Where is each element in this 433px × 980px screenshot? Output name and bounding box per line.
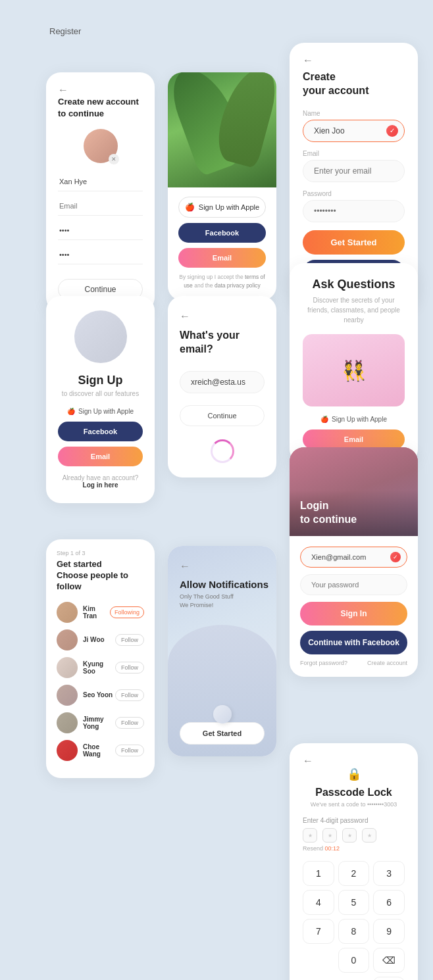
- check-icon: ✓: [390, 552, 401, 562]
- email-label: Email: [303, 150, 405, 157]
- create-account-link[interactable]: Create account: [367, 660, 407, 666]
- password-input-1[interactable]: [58, 221, 143, 240]
- num-4[interactable]: 4: [303, 890, 334, 915]
- remove-avatar-button[interactable]: ✕: [109, 154, 119, 164]
- resend-row: Resend 00:12: [303, 845, 405, 852]
- email-input[interactable]: [180, 371, 265, 393]
- num-2[interactable]: 2: [338, 861, 370, 886]
- person-row: Ji Woo Follow: [57, 629, 144, 650]
- follow-button[interactable]: Follow: [115, 634, 144, 646]
- num-1[interactable]: 1: [303, 861, 334, 886]
- password-input-2[interactable]: [58, 245, 143, 264]
- email-input[interactable]: [303, 160, 405, 182]
- terms-text: By signing up I accept the terms of use …: [178, 273, 266, 290]
- person-avatar: [57, 685, 78, 706]
- circle-avatar: [74, 310, 127, 363]
- friends-image: 👯: [303, 334, 405, 406]
- card-notifications: ← Allow Notifications Only The Good Stuf…: [168, 546, 276, 756]
- already-text: Already have an account?: [58, 474, 143, 481]
- back-button[interactable]: ←: [180, 310, 190, 322]
- continue-button[interactable]: Continue: [180, 405, 265, 426]
- avatar-wrap: ✕: [84, 129, 118, 163]
- notification-bg: ← Allow Notifications Only The Good Stuf…: [168, 546, 276, 756]
- delete-button[interactable]: ⌫: [373, 948, 405, 973]
- person-row: Choe Wang Follow: [57, 740, 144, 761]
- follow-button[interactable]: Follow: [115, 717, 144, 729]
- notify-title: Allow Notifications: [180, 579, 268, 590]
- follow-button[interactable]: Follow: [115, 745, 144, 756]
- person-name: Choe Wang: [83, 743, 115, 758]
- person-row: Jimmy Yong Follow: [57, 712, 144, 733]
- login-form: ✓ Sign In Continue with Facebook Forgot …: [290, 536, 418, 677]
- forgot-password-link[interactable]: Forgot password?: [300, 660, 347, 666]
- follow-title: Get startedChoose people to follow: [57, 559, 144, 593]
- plant-card-bottom: 🍎 Sign Up with Apple Facebook Email By s…: [168, 187, 276, 301]
- person-row: Seo Yoon Follow: [57, 685, 144, 706]
- card-email: ← What's your email? Continue: [168, 296, 276, 478]
- numpad: 1 2 3 4 5 6 7 8 9 0 ⌫ ✓: [303, 861, 405, 980]
- loading-spinner: [211, 439, 234, 463]
- person-name: Jimmy Yong: [83, 716, 115, 730]
- num-8[interactable]: 8: [338, 919, 370, 944]
- confirm-button[interactable]: ✓: [373, 977, 405, 980]
- notification-content: ← Allow Notifications Only The Good Stuf…: [180, 560, 268, 609]
- pin-label: Enter 4-digit password: [303, 817, 405, 824]
- card-passcode-lock: ← 🔒 Passcode Lock We've sent a code to •…: [290, 743, 418, 980]
- num-3[interactable]: 3: [373, 861, 405, 886]
- person-row: Kyung Soo Follow: [57, 657, 144, 678]
- email-button[interactable]: Email: [303, 429, 405, 449]
- num-9[interactable]: 9: [373, 919, 405, 944]
- login-link[interactable]: Log in here: [58, 481, 143, 489]
- follow-button[interactable]: Follow: [115, 689, 144, 701]
- pin-dot-4: ★: [362, 828, 376, 843]
- facebook-button[interactable]: Continue with Facebook: [300, 631, 407, 654]
- person-name: Seo Yoon: [83, 691, 115, 698]
- leaf-2: [212, 72, 276, 169]
- person-name: Kyung Soo: [83, 660, 115, 675]
- privacy-link[interactable]: data privacy policy: [215, 282, 261, 289]
- email-input[interactable]: [58, 197, 143, 216]
- card-follow-people: Step 1 of 3 Get startedChoose people to …: [46, 539, 155, 778]
- card-signup: Sign Up to discover all our features 🍎 S…: [46, 296, 155, 503]
- num-empty: [303, 948, 334, 973]
- passcode-subtitle: We've sent a code to ••••••••3003: [303, 801, 405, 808]
- person-avatar: [57, 629, 78, 650]
- person-avatar: [57, 657, 78, 678]
- person-avatar: [57, 740, 78, 761]
- apple-icon: 🍎: [67, 408, 75, 415]
- back-button[interactable]: ←: [58, 84, 68, 96]
- email-button[interactable]: Email: [58, 447, 143, 466]
- apple-icon: 🍎: [320, 416, 328, 423]
- num-5[interactable]: 5: [338, 890, 370, 915]
- apple-label: Sign Up with Apple: [199, 203, 259, 211]
- pin-dot-1: ★: [303, 828, 317, 843]
- name-input[interactable]: [58, 172, 143, 191]
- facebook-button[interactable]: Facebook: [178, 223, 266, 243]
- page-label: Register: [49, 26, 81, 36]
- email-button[interactable]: Email: [178, 248, 266, 268]
- back-button[interactable]: ←: [180, 560, 268, 572]
- back-button[interactable]: ←: [303, 755, 313, 767]
- num-0[interactable]: 0: [338, 948, 370, 973]
- follow-button[interactable]: Follow: [115, 662, 144, 674]
- person-avatar: [57, 712, 78, 733]
- following-button[interactable]: Following: [110, 606, 144, 618]
- resend-timer: 00:12: [325, 845, 340, 852]
- signin-button[interactable]: Sign In: [300, 602, 407, 625]
- num-6[interactable]: 6: [373, 890, 405, 915]
- back-button[interactable]: ←: [303, 55, 313, 66]
- apple-signup-button[interactable]: 🍎 Sign Up with Apple: [178, 197, 266, 218]
- num-7[interactable]: 7: [303, 919, 334, 944]
- step-label: Step 1 of 3: [57, 550, 144, 556]
- facebook-button[interactable]: Facebook: [58, 422, 143, 441]
- pin-dot-2: ★: [322, 828, 337, 843]
- card-title: Create new accountto continue: [58, 96, 143, 120]
- get-started-button[interactable]: Get Started: [303, 230, 405, 255]
- password-field-row: [300, 574, 407, 595]
- password-input[interactable]: [303, 200, 405, 222]
- passcode-title: Passcode Lock: [303, 787, 405, 798]
- password-input[interactable]: [300, 574, 407, 595]
- password-label: Password: [303, 190, 405, 197]
- signup-subtitle: to discover all our features: [58, 390, 143, 397]
- get-started-button[interactable]: Get Started: [180, 722, 265, 745]
